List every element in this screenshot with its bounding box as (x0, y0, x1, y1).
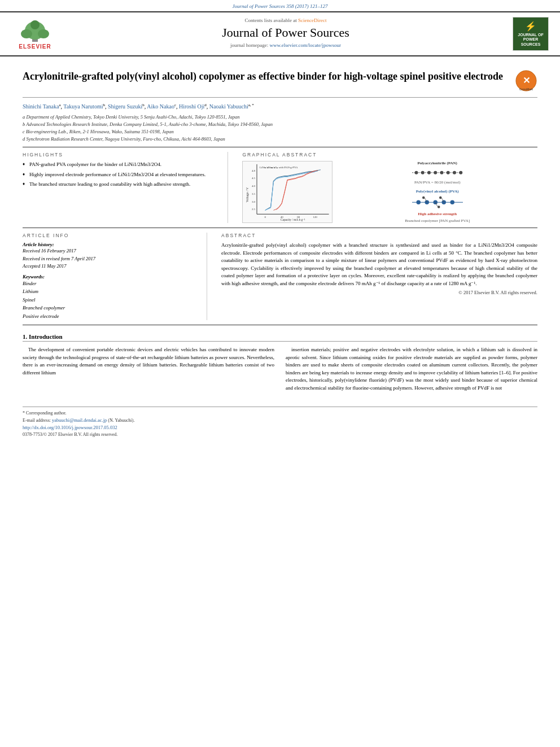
svg-point-44 (438, 206, 440, 208)
received-date: Received 16 February 2017 (23, 247, 198, 255)
svg-point-3 (38, 29, 49, 38)
affiliation-a: a Department of Applied Chemistry, Tokyo… (23, 113, 537, 121)
intro-paragraph-1: The development of convenient portable e… (23, 346, 274, 377)
svg-text:CrossMark: CrossMark (519, 88, 533, 91)
svg-text:2.5: 2.5 (252, 208, 256, 211)
keywords-section: Keywords: Binder Lithium Spinel Branched… (23, 274, 198, 320)
affiliation-c: c Bio-engineering Lab., Riken, 2-1 Hiros… (23, 128, 537, 136)
journal-name: Journal of Power Sources (69, 25, 502, 40)
svg-point-30 (446, 171, 449, 174)
power-sources-logo: ⚡ JOURNAL OFPOWERSOURCES (513, 17, 548, 51)
pan-chain-svg (401, 169, 474, 177)
article-history: Article history: Received 16 February 20… (23, 242, 198, 270)
svg-text:40: 40 (281, 216, 283, 219)
svg-point-25 (414, 171, 418, 174)
svg-point-40 (422, 196, 425, 199)
svg-point-28 (434, 171, 437, 174)
authors-section: Shinichi Tanakaa, Takuya Narutomib, Shig… (23, 102, 537, 111)
homepage-line: journal homepage: www.elsevier.com/locat… (69, 42, 502, 48)
article-title-section: Acrylonitrile-grafted poly(vinyl alcohol… (23, 70, 537, 98)
crossmark-logo: ✕ CrossMark (515, 70, 537, 93)
journal-title-area: Contents lists available at ScienceDirec… (69, 18, 502, 50)
chart-svg: Voltage / V Capacity / mA h g⁻¹ 4.8 4.5 … (243, 161, 332, 222)
svg-text:120: 120 (313, 216, 318, 219)
author-nakao: Aiko Nakao (147, 103, 174, 110)
highlights-header: HIGHLIGHTS (23, 152, 219, 158)
svg-point-26 (421, 171, 424, 174)
svg-rect-8 (243, 161, 332, 222)
svg-text:3.5: 3.5 (252, 193, 256, 195)
abstract-header: ABSTRACT (221, 233, 537, 238)
author-suzuki: Shigeru Suzuki (108, 103, 142, 110)
highlights-list: PAN-grafted PVA copolymer for the binder… (23, 161, 219, 189)
info-abstract-section: ARTICLE INFO Article history: Received 1… (23, 233, 537, 325)
article-title: Acrylonitrile-grafted poly(vinyl alcohol… (23, 70, 515, 83)
doi-line: http://dx.doi.org/10.1016/j.jpowsour.201… (23, 425, 537, 430)
high-adhesive-label: High adhesive strength (418, 212, 457, 216)
svg-point-38 (450, 200, 454, 204)
charge-discharge-chart: Voltage / V Capacity / mA h g⁻¹ 4.8 4.5 … (242, 161, 333, 223)
svg-text:4.0: 4.0 (252, 185, 256, 187)
article-info-header: ARTICLE INFO (23, 233, 198, 238)
author-yabuuchi: Naoaki Yabuuchi (209, 103, 248, 110)
svg-point-4 (30, 20, 40, 29)
introduction-title: 1. Introduction (23, 333, 537, 342)
history-label: Article history: (23, 242, 198, 247)
introduction-section: 1. Introduction The development of conve… (23, 333, 537, 395)
abstract-text: Acrylonitrile-grafted poly(vinyl alcohol… (221, 242, 537, 287)
svg-text:4.8: 4.8 (252, 169, 256, 172)
accepted-date: Accepted 11 May 2017 (23, 263, 198, 270)
svg-text:80: 80 (298, 216, 300, 219)
svg-point-31 (453, 171, 456, 174)
svg-text:3.0: 3.0 (252, 200, 256, 203)
highlights-graphical-section: HIGHLIGHTS PAN-grafted PVA copolymer for… (23, 147, 537, 228)
affiliation-b: b Advanced Technologies Research Institu… (23, 121, 537, 128)
svg-text:4.5: 4.5 (252, 177, 256, 180)
keywords-label: Keywords: (23, 274, 198, 279)
email-line: E-mail address: yabuuchi@mail.dendai.ac.… (23, 417, 537, 423)
svg-text:Voltage / V: Voltage / V (246, 187, 250, 202)
crossmark-icon: ✕ CrossMark (515, 70, 537, 91)
branched-copolymer-label: Branched copolymer [PAN grafted PVA] (405, 219, 470, 223)
received-revised-date: Received in revised form 7 April 2017 (23, 255, 198, 263)
email-link[interactable]: yabuuchi@mail.dendai.ac.jp (52, 417, 107, 423)
elsevier-text: ELSEVIER (19, 43, 51, 50)
author-narutomi: Takuya Narutomi (63, 103, 103, 110)
highlight-item-3: The branched structure leading to good c… (23, 181, 219, 189)
abstract-copyright: © 2017 Elsevier B.V. All rights reserved… (221, 290, 537, 295)
journal-reference: Journal of Power Sources 358 (2017) 121–… (0, 0, 560, 11)
article-info-column: ARTICLE INFO Article history: Received 1… (23, 233, 207, 320)
doi-link[interactable]: http://dx.doi.org/10.1016/j.jpowsour.201… (23, 425, 117, 430)
svg-point-32 (459, 171, 462, 174)
journal-header: ELSEVIER Contents lists available at Sci… (0, 11, 560, 56)
highlight-item-2: Highly improved electrode performance of… (23, 171, 219, 179)
pva-label: Poly(vinyl alcohol) (PVA) (416, 189, 459, 194)
molecule-diagram: Polyacrylonitrile (PAN) PAN/PVA = 80/20 (337, 161, 537, 223)
intro-paragraph-2: insertion materials; positive and negati… (286, 346, 537, 392)
svg-point-34 (416, 200, 421, 204)
page-footer: * Corresponding author. E-mail address: … (23, 407, 537, 437)
highlights-column: HIGHLIGHTS PAN-grafted PVA copolymer for… (23, 152, 228, 223)
corresponding-note: * Corresponding author. (23, 410, 537, 416)
contents-line: Contents lists available at ScienceDirec… (69, 18, 502, 23)
introduction-body: The development of convenient portable e… (23, 346, 537, 395)
power-sources-logo-area: ⚡ JOURNAL OFPOWERSOURCES (508, 17, 553, 51)
main-content: Acrylonitrile-grafted poly(vinyl alcohol… (0, 56, 560, 443)
svg-text:Capacity / mA h g⁻¹: Capacity / mA h g⁻¹ (281, 218, 305, 221)
affiliation-d: d Synchrotron Radiation Research Center,… (23, 136, 537, 143)
lightning-icon: ⚡ (518, 21, 543, 33)
keywords-list: Binder Lithium Spinel Branched copolymer… (23, 279, 198, 320)
graphical-abstract-content: Voltage / V Capacity / mA h g⁻¹ 4.8 4.5 … (242, 161, 537, 223)
introduction-right-col: insertion materials; positive and negati… (286, 346, 537, 395)
issn-line: 0378-7753/© 2017 Elsevier B.V. All right… (23, 432, 537, 437)
author-tanaka: Shinichi Tanaka (23, 103, 59, 110)
elsevier-logo-area: ELSEVIER (7, 18, 63, 50)
power-sources-text: JOURNAL OFPOWERSOURCES (518, 33, 543, 47)
homepage-link[interactable]: www.elsevier.com/locate/jpowsour (270, 42, 341, 48)
svg-point-42 (439, 196, 442, 199)
introduction-left-col: The development of convenient portable e… (23, 346, 274, 395)
abstract-column: ABSTRACT Acrylonitrile-grafted poly(viny… (218, 233, 537, 320)
graphical-abstract-column: GRAPHICAL ABSTRACT Voltage / V Capacity … (239, 152, 537, 223)
sciencedirect-link[interactable]: ScienceDirect (298, 18, 326, 23)
author-oji: Hiroshi Oji (179, 103, 204, 110)
